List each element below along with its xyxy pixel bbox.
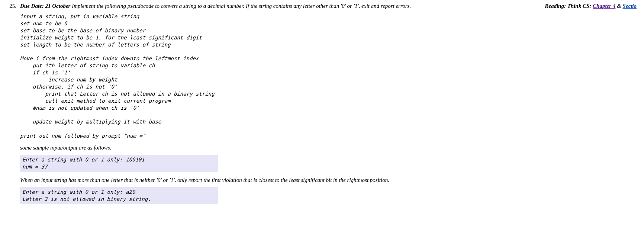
item-body: Reading: Think CS: Chapter 4 & Sectio Du… — [20, 3, 637, 209]
due-date: Due Date: 21 October — [20, 3, 70, 9]
reading-separator: & — [615, 3, 622, 9]
reading-link-section[interactable]: Sectio — [623, 3, 637, 9]
intro-text: Implement the following pseudocode to co… — [70, 3, 411, 9]
reading-prefix: Reading: Think CS: — [545, 3, 593, 9]
list-item: 25. Reading: Think CS: Chapter 4 & Secti… — [7, 3, 637, 209]
sample-output-1: Enter a string with 0 or 1 only: 100101 … — [20, 155, 218, 172]
sample-output-2: Enter a string with 0 or 1 only: a20 Let… — [20, 187, 218, 204]
problem-intro: Due Date: 21 October Implement the follo… — [20, 3, 637, 9]
violation-note: When an input string has more than one l… — [20, 177, 637, 183]
item-number: 25. — [7, 3, 16, 9]
pseudocode-block: input a string, put in variable string s… — [20, 13, 637, 140]
reading-link-chapter4[interactable]: Chapter 4 — [593, 3, 615, 9]
sample-intro: some sample input/output are as follows. — [20, 145, 637, 151]
reading-block: Reading: Think CS: Chapter 4 & Sectio — [545, 3, 637, 9]
